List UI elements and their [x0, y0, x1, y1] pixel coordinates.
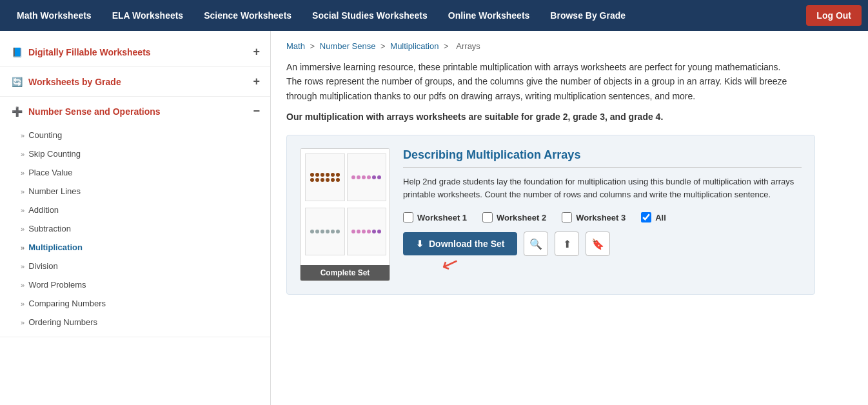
share-button[interactable]: ⬆: [555, 232, 579, 256]
sidebar-item-division[interactable]: »Division: [0, 257, 270, 275]
chevron-icon: »: [21, 319, 25, 326]
checkbox-worksheet3[interactable]: Worksheet 3: [562, 212, 626, 222]
sidebar-section-header-number-sense[interactable]: ➕ Number Sense and Operations −: [0, 97, 270, 126]
search-icon: 🔍: [529, 238, 542, 250]
checkbox-worksheet2[interactable]: Worksheet 2: [482, 212, 546, 222]
chevron-icon: »: [21, 206, 25, 214]
main-nav: Math Worksheets ELA Worksheets Science W…: [0, 0, 868, 31]
main-content: Math > Number Sense > Multiplication > A…: [271, 31, 868, 405]
sidebar-section-number-sense: ➕ Number Sense and Operations − »Countin…: [0, 97, 270, 337]
breadcrumb-number-sense[interactable]: Number Sense: [320, 41, 376, 51]
sidebar-item-ordering-numbers[interactable]: »Ordering Numbers: [0, 313, 270, 331]
sidebar-item-subtraction[interactable]: »Subtraction: [0, 219, 270, 238]
sidebar-item-number-lines[interactable]: »Number Lines: [0, 182, 270, 201]
nav-ela-worksheets[interactable]: ELA Worksheets: [102, 0, 193, 31]
digitally-fillable-toggle[interactable]: +: [253, 45, 260, 59]
worksheets-by-grade-toggle[interactable]: +: [253, 75, 260, 88]
nav-math-worksheets[interactable]: Math Worksheets: [6, 0, 102, 31]
sidebar-item-word-problems[interactable]: »Word Problems: [0, 275, 270, 294]
sidebar-item-place-value[interactable]: »Place Value: [0, 163, 270, 182]
thumb-cell-1: [305, 153, 345, 201]
thumb-inner: [301, 149, 390, 265]
worksheet-card: Complete Set Describing Multiplication A…: [286, 135, 815, 295]
sidebar-item-multiplication[interactable]: »Multiplication: [0, 238, 270, 257]
chevron-icon: »: [21, 281, 25, 289]
main-layout: 📘 Digitally Fillable Worksheets + 🔄 Work…: [0, 31, 868, 405]
chevron-icon: »: [21, 150, 25, 158]
breadcrumb-sep-3: >: [444, 41, 451, 51]
digitally-fillable-icon: 📘: [10, 46, 23, 59]
number-sense-toggle[interactable]: −: [253, 104, 260, 118]
description-block: An immersive learning resource, these pr…: [286, 60, 789, 124]
chevron-icon: »: [21, 262, 25, 270]
nav-online-worksheets[interactable]: Online Worksheets: [438, 0, 540, 31]
sidebar-item-addition[interactable]: »Addition: [0, 201, 270, 219]
bookmark-button[interactable]: 🔖: [586, 232, 610, 256]
breadcrumb-sep-2: >: [380, 41, 388, 51]
breadcrumb-arrays: Arrays: [456, 41, 480, 51]
download-icon: ⬇: [416, 239, 424, 249]
thumb-grid: [303, 152, 388, 262]
sidebar-section-header-worksheets-by-grade[interactable]: 🔄 Worksheets by Grade +: [0, 67, 270, 96]
checkbox-all-label: All: [655, 213, 666, 222]
checkbox-worksheet3-label: Worksheet 3: [576, 213, 626, 222]
description-suitable: Our multiplication with arrays worksheet…: [286, 110, 789, 124]
chevron-icon: »: [21, 300, 25, 308]
breadcrumb-sep-1: >: [310, 41, 317, 51]
sidebar-items-number-sense: »Counting»Skip Counting»Place Value»Numb…: [0, 126, 270, 337]
checkbox-all[interactable]: All: [641, 212, 666, 222]
chevron-icon: »: [21, 244, 25, 252]
checkbox-worksheet1-input[interactable]: [403, 212, 413, 222]
search-button[interactable]: 🔍: [524, 232, 548, 256]
breadcrumb-math[interactable]: Math: [286, 41, 305, 51]
sidebar-item-comparing-numbers[interactable]: »Comparing Numbers: [0, 294, 270, 313]
chevron-icon: »: [21, 188, 25, 195]
sidebar-section-digitally-fillable: 📘 Digitally Fillable Worksheets +: [0, 37, 270, 67]
description-body: An immersive learning resource, these pr…: [286, 60, 789, 103]
checkbox-all-input[interactable]: [641, 212, 651, 222]
digitally-fillable-label: Digitally Fillable Worksheets: [28, 47, 151, 57]
logout-button[interactable]: Log Out: [806, 5, 862, 26]
thumb-cell-2: [347, 153, 387, 201]
worksheet-info: Describing Multiplication Arrays Help 2n…: [403, 148, 802, 257]
thumb-cell-4: [347, 208, 387, 255]
download-button[interactable]: ⬇ Download the Set: [403, 232, 517, 255]
chevron-icon: »: [21, 132, 25, 139]
sidebar: 📘 Digitally Fillable Worksheets + 🔄 Work…: [0, 31, 271, 405]
nav-browse-by-grade[interactable]: Browse By Grade: [540, 0, 636, 31]
checkbox-worksheet2-label: Worksheet 2: [497, 213, 546, 222]
actions-row: ⬇ Download the Set 🔍 ⬆ 🔖 ↙: [403, 232, 802, 256]
worksheet-thumbnail: Complete Set: [300, 148, 390, 281]
sidebar-section-header-digitally-fillable[interactable]: 📘 Digitally Fillable Worksheets +: [0, 37, 270, 66]
share-icon: ⬆: [563, 238, 571, 250]
nav-social-studies-worksheets[interactable]: Social Studies Worksheets: [302, 0, 438, 31]
number-sense-icon: ➕: [10, 105, 23, 118]
breadcrumb: Math > Number Sense > Multiplication > A…: [286, 41, 853, 51]
checkbox-worksheet1[interactable]: Worksheet 1: [403, 212, 467, 222]
breadcrumb-multiplication[interactable]: Multiplication: [390, 41, 439, 51]
checkbox-worksheet1-label: Worksheet 1: [417, 213, 467, 222]
download-button-label: Download the Set: [429, 239, 504, 249]
chevron-icon: »: [21, 169, 25, 177]
worksheet-title: Describing Multiplication Arrays: [403, 148, 802, 162]
nav-science-worksheets[interactable]: Science Worksheets: [193, 0, 302, 31]
checkbox-worksheet2-input[interactable]: [482, 212, 493, 222]
worksheets-by-grade-label: Worksheets by Grade: [28, 77, 121, 87]
sidebar-section-worksheets-by-grade: 🔄 Worksheets by Grade +: [0, 67, 270, 97]
thumb-cell-3: [305, 208, 345, 255]
chevron-icon: »: [21, 225, 25, 233]
sidebar-item-skip-counting[interactable]: »Skip Counting: [0, 144, 270, 163]
sidebar-item-counting[interactable]: »Counting: [0, 126, 270, 144]
complete-set-label: Complete Set: [301, 265, 390, 281]
number-sense-label: Number Sense and Operations: [28, 106, 161, 117]
checkboxes-row: Worksheet 1 Worksheet 2 Worksheet 3 All: [403, 212, 802, 222]
worksheet-body: Help 2nd grade students lay the foundati…: [403, 175, 802, 202]
worksheet-divider: [403, 167, 802, 168]
worksheets-by-grade-icon: 🔄: [10, 75, 23, 88]
checkbox-worksheet3-input[interactable]: [562, 212, 572, 222]
bookmark-icon: 🔖: [591, 238, 604, 250]
